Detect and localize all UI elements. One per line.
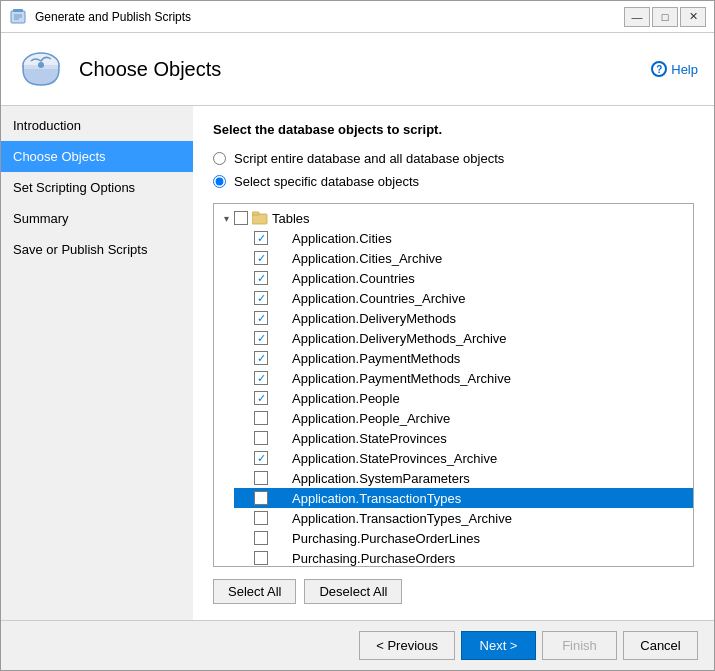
select-buttons-row: Select All Deselect All <box>213 579 694 604</box>
next-button[interactable]: Next > <box>461 631 536 660</box>
table-row[interactable]: Application.Countries_Archive <box>234 288 693 308</box>
item-checkbox[interactable] <box>254 311 268 325</box>
item-label: Application.Countries <box>292 271 415 286</box>
radio-specific-objects-input[interactable] <box>213 175 226 188</box>
table-row[interactable]: Application.PaymentMethods <box>234 348 693 368</box>
item-checkbox[interactable] <box>254 331 268 345</box>
item-label: Application.PaymentMethods <box>292 351 460 366</box>
previous-button[interactable]: < Previous <box>359 631 455 660</box>
item-label: Application.People_Archive <box>292 411 450 426</box>
table-row[interactable]: Application.SystemParameters <box>234 468 693 488</box>
help-label: Help <box>671 62 698 77</box>
tree-root: ▾ Tables Application.CitiesApplication.C… <box>214 204 693 567</box>
main-panel: Select the database objects to script. S… <box>193 106 714 620</box>
item-checkbox[interactable] <box>254 231 268 245</box>
item-checkbox[interactable] <box>254 531 268 545</box>
finish-button[interactable]: Finish <box>542 631 617 660</box>
cancel-button[interactable]: Cancel <box>623 631 698 660</box>
table-row[interactable]: Application.Countries <box>234 268 693 288</box>
item-checkbox[interactable] <box>254 551 268 565</box>
table-row[interactable]: Application.Cities_Archive <box>234 248 693 268</box>
item-label: Purchasing.PurchaseOrders <box>292 551 455 566</box>
svg-rect-1 <box>13 9 23 12</box>
header: Choose Objects ? Help <box>1 33 714 106</box>
radio-group: Script entire database and all database … <box>213 151 694 189</box>
sidebar-item-summary[interactable]: Summary <box>1 203 193 234</box>
table-row[interactable]: Application.People_Archive <box>234 408 693 428</box>
sidebar-item-introduction[interactable]: Introduction <box>1 110 193 141</box>
deselect-all-button[interactable]: Deselect All <box>304 579 402 604</box>
page-title: Choose Objects <box>79 58 221 81</box>
item-label: Application.DeliveryMethods_Archive <box>292 331 507 346</box>
item-label: Application.Cities <box>292 231 392 246</box>
radio-specific-objects[interactable]: Select specific database objects <box>213 174 694 189</box>
item-label: Application.Countries_Archive <box>292 291 465 306</box>
help-icon: ? <box>651 61 667 77</box>
radio-specific-objects-label: Select specific database objects <box>234 174 419 189</box>
sidebar-item-choose-objects[interactable]: Choose Objects <box>1 141 193 172</box>
item-checkbox[interactable] <box>254 291 268 305</box>
table-row[interactable]: Application.DeliveryMethods_Archive <box>234 328 693 348</box>
folder-icon <box>252 211 268 225</box>
item-label: Purchasing.PurchaseOrderLines <box>292 531 480 546</box>
table-row[interactable]: Purchasing.PurchaseOrderLines <box>234 528 693 548</box>
tree-children: Application.CitiesApplication.Cities_Arc… <box>214 228 693 567</box>
svg-rect-8 <box>252 212 259 215</box>
tables-checkbox[interactable] <box>234 211 248 225</box>
item-checkbox[interactable] <box>254 391 268 405</box>
header-icon <box>17 45 65 93</box>
item-checkbox[interactable] <box>254 471 268 485</box>
svg-rect-7 <box>252 214 267 224</box>
title-bar: Generate and Publish Scripts — □ ✕ <box>1 1 714 33</box>
item-checkbox[interactable] <box>254 451 268 465</box>
table-row[interactable]: Application.StateProvinces_Archive <box>234 448 693 468</box>
table-row[interactable]: Application.Cities <box>234 228 693 248</box>
item-checkbox[interactable] <box>254 431 268 445</box>
svg-point-6 <box>38 62 44 68</box>
expand-icon[interactable]: ▾ <box>218 210 234 226</box>
item-label: Application.TransactionTypes <box>292 491 461 506</box>
maximize-button[interactable]: □ <box>652 7 678 27</box>
radio-entire-db[interactable]: Script entire database and all database … <box>213 151 694 166</box>
radio-entire-db-input[interactable] <box>213 152 226 165</box>
close-button[interactable]: ✕ <box>680 7 706 27</box>
item-checkbox[interactable] <box>254 491 268 505</box>
table-row[interactable]: Application.StateProvinces <box>234 428 693 448</box>
table-row[interactable]: Application.DeliveryMethods <box>234 308 693 328</box>
select-all-button[interactable]: Select All <box>213 579 296 604</box>
item-label: Application.SystemParameters <box>292 471 470 486</box>
table-row[interactable]: Application.PaymentMethods_Archive <box>234 368 693 388</box>
table-row[interactable]: Purchasing.PurchaseOrders <box>234 548 693 567</box>
object-tree[interactable]: ▾ Tables Application.CitiesApplication.C… <box>213 203 694 567</box>
item-label: Application.PaymentMethods_Archive <box>292 371 511 386</box>
item-label: Application.StateProvinces_Archive <box>292 451 497 466</box>
tables-root-node[interactable]: ▾ Tables <box>214 208 693 228</box>
table-row[interactable]: Application.TransactionTypes <box>234 488 693 508</box>
instruction-text: Select the database objects to script. <box>213 122 694 137</box>
item-checkbox[interactable] <box>254 411 268 425</box>
content-area: Introduction Choose Objects Set Scriptin… <box>1 106 714 620</box>
item-label: Application.People <box>292 391 400 406</box>
item-checkbox[interactable] <box>254 371 268 385</box>
window-title: Generate and Publish Scripts <box>35 10 624 24</box>
sidebar-item-save-or-publish[interactable]: Save or Publish Scripts <box>1 234 193 265</box>
sidebar: Introduction Choose Objects Set Scriptin… <box>1 106 193 620</box>
sidebar-item-set-scripting-options[interactable]: Set Scripting Options <box>1 172 193 203</box>
item-label: Application.Cities_Archive <box>292 251 442 266</box>
item-label: Application.StateProvinces <box>292 431 447 446</box>
item-checkbox[interactable] <box>254 511 268 525</box>
item-checkbox[interactable] <box>254 271 268 285</box>
item-checkbox[interactable] <box>254 251 268 265</box>
help-link[interactable]: ? Help <box>651 61 698 77</box>
table-row[interactable]: Application.People <box>234 388 693 408</box>
footer: < Previous Next > Finish Cancel <box>1 620 714 670</box>
window-controls: — □ ✕ <box>624 7 706 27</box>
item-label: Application.DeliveryMethods <box>292 311 456 326</box>
minimize-button[interactable]: — <box>624 7 650 27</box>
app-icon <box>9 7 29 27</box>
main-window: Generate and Publish Scripts — □ ✕ Choos… <box>0 0 715 671</box>
item-checkbox[interactable] <box>254 351 268 365</box>
item-label: Application.TransactionTypes_Archive <box>292 511 512 526</box>
tables-label: Tables <box>272 211 310 226</box>
table-row[interactable]: Application.TransactionTypes_Archive <box>234 508 693 528</box>
